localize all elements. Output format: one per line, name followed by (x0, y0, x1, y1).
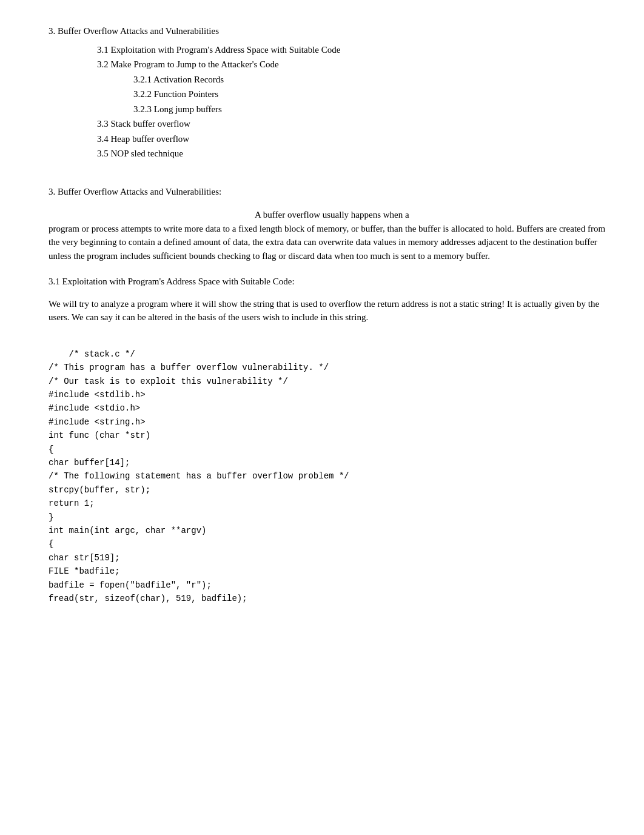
main-content: 3. Buffer Overflow Attacks and Vulnerabi… (49, 185, 608, 619)
table-of-contents: 3. Buffer Overflow Attacks and Vulnerabi… (49, 24, 608, 161)
toc-item-35: 3.5 NOP sled technique (97, 147, 608, 161)
toc-item-322: 3.2.2 Function Pointers (133, 87, 608, 101)
intro-paragraph-first-line: A buffer overflow usually happens when a (49, 208, 608, 222)
toc-main-heading: 3. Buffer Overflow Attacks and Vulnerabi… (49, 24, 608, 38)
toc-item-31: 3.1 Exploitation with Program's Address … (97, 43, 608, 57)
toc-item-321: 3.2.1 Activation Records (133, 73, 608, 87)
section-31-heading: 3.1 Exploitation with Program's Address … (49, 275, 608, 289)
section-3-heading: 3. Buffer Overflow Attacks and Vulnerabi… (49, 185, 608, 199)
toc-item-33: 3.3 Stack buffer overflow (97, 117, 608, 131)
toc-item-32: 3.2 Make Program to Jump to the Attacker… (97, 58, 608, 72)
code-block: /* stack.c */ /* This program has a buff… (49, 334, 608, 619)
section-31-body: We will try to analyze a program where i… (49, 297, 608, 324)
toc-item-34: 3.4 Heap buffer overflow (97, 132, 608, 146)
intro-paragraph: program or process attempts to write mor… (49, 222, 608, 263)
toc-item-323: 3.2.3 Long jump buffers (133, 102, 608, 116)
